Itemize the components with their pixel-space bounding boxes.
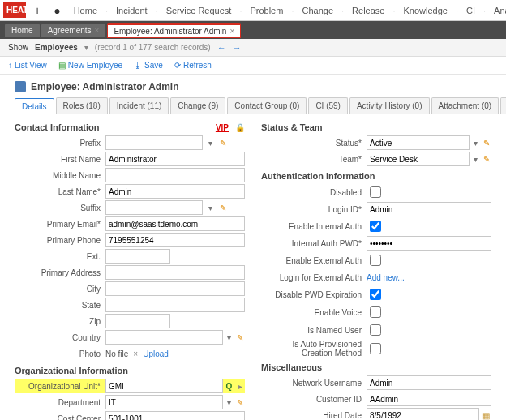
cost-center-field[interactable] <box>105 411 245 420</box>
is-named-checkbox[interactable] <box>370 324 381 336</box>
tab-attachment[interactable]: Attachment (0) <box>431 97 500 114</box>
section-org-info: Organizational Information <box>15 362 245 377</box>
refresh-button[interactable]: ⟳Refresh <box>174 61 212 70</box>
chat-icon[interactable]: ● <box>49 1 65 20</box>
label-enable-internal: Enable Internal Auth <box>261 222 367 231</box>
label-primary-email: Primary Email <box>15 220 105 229</box>
customer-id-field[interactable] <box>367 392 491 406</box>
label-last-name: Last Name <box>15 187 105 196</box>
edit-icon[interactable]: ✎ <box>235 395 245 409</box>
primary-address-field[interactable] <box>105 265 245 280</box>
menu-ci[interactable]: CI <box>461 2 480 19</box>
label-department: Department <box>15 398 105 407</box>
login-id-field[interactable] <box>367 202 491 216</box>
menu-service-request[interactable]: Service Request <box>161 2 237 19</box>
label-photo: Photo <box>15 349 105 358</box>
edit-icon[interactable]: ✎ <box>235 330 245 345</box>
middle-name-field[interactable] <box>105 168 245 182</box>
dropdown-icon[interactable]: ▾ <box>204 135 216 150</box>
prev-record-icon[interactable]: ← <box>217 43 226 53</box>
suffix-field[interactable] <box>105 200 203 215</box>
country-field[interactable] <box>105 330 223 345</box>
team-field[interactable] <box>367 152 470 166</box>
add-new-link[interactable]: Add new... <box>367 273 405 282</box>
ws-tab-agreements[interactable]: Agreements× <box>41 24 106 37</box>
upload-link[interactable]: Upload <box>143 349 169 358</box>
state-field[interactable] <box>105 298 245 312</box>
record-counter: (record 1 of 177 search records) <box>95 43 211 52</box>
menu-problem[interactable]: Problem <box>245 2 288 19</box>
primary-phone-field[interactable] <box>105 233 245 247</box>
ws-tab-home[interactable]: Home <box>5 24 40 37</box>
section-misc: Miscellaneous <box>261 359 491 374</box>
save-icon: ⭳ <box>134 61 142 70</box>
label-auto-prov: Is Auto ProvisionedCreation Method <box>261 340 367 358</box>
last-name-field[interactable] <box>105 184 245 199</box>
section-auth-info: Authentication Information <box>261 168 491 182</box>
label-hired: Hired Date <box>261 411 367 420</box>
ext-field[interactable] <box>105 249 170 264</box>
status-field[interactable] <box>367 135 470 150</box>
org-unit-field[interactable] <box>105 379 223 393</box>
dropdown-icon[interactable]: ▾ <box>204 200 216 215</box>
enable-external-checkbox[interactable] <box>370 255 381 266</box>
record-toolbar: ↑List View ▤New Employee ⭳Save ⟳Refresh <box>0 57 506 75</box>
save-button[interactable]: ⭳Save <box>134 61 163 70</box>
goto-icon[interactable]: ▸ <box>235 379 245 393</box>
tab-roles[interactable]: Roles (18) <box>56 97 108 114</box>
remove-icon[interactable]: × <box>133 349 138 358</box>
first-name-field[interactable] <box>105 152 245 166</box>
page-title: Employee: Administrator Admin <box>31 81 178 92</box>
zip-field[interactable] <box>105 314 170 328</box>
object-name[interactable]: Employees <box>35 43 78 52</box>
enable-voice-checkbox[interactable] <box>370 306 381 318</box>
dropdown-icon[interactable]: ▾ <box>471 152 480 166</box>
list-view-button[interactable]: ↑List View <box>8 61 47 70</box>
next-record-icon[interactable]: → <box>233 43 242 53</box>
edit-icon[interactable]: ✎ <box>482 152 491 166</box>
disable-pwd-exp-checkbox[interactable] <box>370 289 381 300</box>
calendar-icon[interactable]: ▦ <box>481 408 491 420</box>
menu-knowledge[interactable]: Knowledge <box>399 2 452 19</box>
menu-release[interactable]: Release <box>347 2 389 19</box>
new-employee-button[interactable]: ▤New Employee <box>58 61 122 70</box>
close-icon[interactable]: × <box>229 27 234 36</box>
edit-icon[interactable]: ✎ <box>217 135 229 150</box>
label-internal-pwd: Internal Auth PWD <box>261 239 367 248</box>
primary-email-field[interactable] <box>105 216 245 231</box>
menu-home[interactable]: Home <box>69 2 102 19</box>
auto-prov-checkbox[interactable] <box>370 343 381 354</box>
enable-internal-checkbox[interactable] <box>370 221 381 232</box>
right-column: Status & Team Status▾✎ Team▾✎ Authentica… <box>261 119 491 420</box>
tab-change[interactable]: Change (9) <box>170 97 225 114</box>
tab-details[interactable]: Details <box>15 98 54 114</box>
tab-ci[interactable]: CI (59) <box>308 97 348 114</box>
tab-team[interactable]: Team (2) <box>500 97 506 114</box>
edit-icon[interactable]: ✎ <box>482 135 491 150</box>
department-field[interactable] <box>105 395 223 409</box>
close-icon[interactable]: × <box>95 26 100 35</box>
menu-incident[interactable]: Incident <box>111 2 152 19</box>
city-field[interactable] <box>105 281 245 296</box>
tab-contact-group[interactable]: Contact Group (0) <box>227 97 307 114</box>
search-icon[interactable]: Q <box>225 379 234 393</box>
dropdown-icon[interactable]: ▾ <box>84 43 88 52</box>
internal-pwd-field[interactable] <box>367 236 491 251</box>
new-icon[interactable]: + <box>29 1 45 20</box>
tab-incident[interactable]: Incident (11) <box>109 97 169 114</box>
dropdown-icon[interactable]: ▾ <box>225 395 234 409</box>
menu-analytic[interactable]: Analytic Metrics <box>489 2 506 19</box>
dropdown-icon[interactable]: ▾ <box>225 330 234 345</box>
workspace-tabstrip: Home Agreements× Employee: Administrator… <box>0 21 506 39</box>
disabled-checkbox[interactable] <box>370 186 381 198</box>
tab-activity[interactable]: Activity History (0) <box>349 97 430 114</box>
menu-change[interactable]: Change <box>297 2 338 19</box>
label-disabled: Disabled <box>261 188 367 197</box>
net-user-field[interactable] <box>367 375 491 390</box>
label-is-named: Is Named User <box>261 326 367 335</box>
edit-icon[interactable]: ✎ <box>217 200 229 215</box>
prefix-field[interactable] <box>105 135 203 150</box>
dropdown-icon[interactable]: ▾ <box>471 135 480 150</box>
hired-date-field[interactable] <box>367 408 479 420</box>
ws-tab-employee[interactable]: Employee: Administrator Admin× <box>107 23 241 38</box>
